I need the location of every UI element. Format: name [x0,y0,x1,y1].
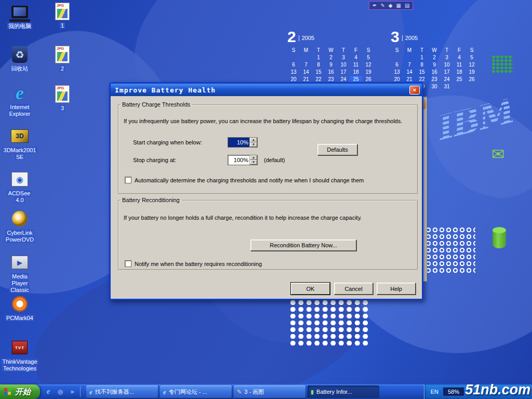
calendar-day: 7 [403,61,416,69]
calendar-day: 24 [441,76,453,83]
desktop-icon-label: 3 [60,105,65,112]
desktop-icon-my-computer[interactable]: 我的电脑 [3,2,36,30]
stop-threshold-spinner[interactable]: 100% ▲ ▼ [228,155,258,165]
calendar-day-empty [300,54,312,61]
desktop-icon-label: 回收站 [10,65,30,72]
defaults-button[interactable]: Defaults [317,144,357,155]
desktop-icon-media-player-classic[interactable]: ▶ Media Player Classic [3,252,36,294]
battery-percentage[interactable]: 58% [443,387,464,396]
calendar-day: 12 [466,61,478,69]
improve-battery-health-dialog: Improve Battery Health × Battery Charge … [109,82,423,300]
desktop-icon-powerdvd[interactable]: CyberLink PowerDVD [3,209,36,243]
spinner-up-icon[interactable]: ▲ [250,155,257,160]
battery-reconditioning-group: Battery Reconditioning If your battery n… [118,197,418,270]
jpg-file-icon: JPG [55,85,70,103]
ring-dots-decoration [425,227,475,275]
jpg-file-icon: JPG [55,3,70,20]
help-button[interactable]: Help [377,283,416,295]
group-legend: Battery Charge Thresholds [121,101,192,108]
calendar-day: 15 [416,69,428,76]
cancel-button[interactable]: Cancel [334,283,373,295]
acdsee-icon: ◉ [11,172,28,187]
desktop-icon-label: 1 [60,22,65,29]
calendar-weekday-label: T [312,47,325,54]
spinner-down-icon[interactable]: ▼ [250,160,257,165]
taskbar-task-server-not-found[interactable]: e 找不到服务器... [86,385,158,398]
calendar-day: 6 [391,61,403,69]
taskbar: 开始 e ◎ » e 找不到服务器... e 专门网论坛 - ... ✎ 3 -… [0,384,532,399]
calendar-day: 12 [362,61,375,69]
internet-explorer-quicklaunch-icon[interactable]: e [44,388,52,396]
calendar-weekday-label: W [428,47,441,54]
recycle-glyph: ♻ [15,49,24,61]
calendar-grid: SMTWTFS123456789101112131415161718192021… [287,47,375,83]
notify-reconditioning-checkbox[interactable]: Notify me when the battery requires reco… [125,260,262,267]
jpg-thumbnail [57,52,68,61]
desktop-icon-thinkvantage[interactable]: TVT ThinkVantage Technologies [3,338,36,372]
calendar-day: 23 [428,76,441,83]
dot-grid-decoration [289,299,370,346]
reconditioning-description: If your battery no longer holds a full c… [124,215,413,221]
start-button[interactable]: 开始 [0,384,40,399]
battery-charge-thresholds-group: Battery Charge Thresholds If you infrequ… [118,101,418,194]
spinner-down-icon[interactable]: ▼ [250,142,257,147]
desktop-icon-acdsee[interactable]: ◉ ACDSee 4.0 [3,169,36,204]
ok-button[interactable]: OK [291,283,330,295]
calendar-day: 10 [441,61,453,69]
desktop-icon-internet-explorer[interactable]: e Internet Explorer [3,83,36,117]
powerdvd-disc-icon [12,211,28,227]
checkbox-box[interactable] [125,260,131,267]
calendar-day: 19 [466,69,478,76]
spinner-value[interactable]: 10% [228,138,249,147]
3dmark-icon: 3D [11,129,29,143]
quick-launch-bar: e ◎ » [40,387,85,397]
calendar-day: 1 [312,54,325,61]
close-button[interactable]: × [409,86,420,95]
desktop-icon-3dmark2001[interactable]: 3D 3DMark2001 SE [3,126,36,161]
chevron-expand-icon[interactable]: » [68,388,76,396]
desktop-icon-label: Internet Explorer [3,104,36,117]
calendar-day-empty [391,54,403,61]
desktop-icon-jpg-1[interactable]: JPG 1 [46,2,79,29]
checkbox-label: Notify me when the battery requires reco… [135,261,262,267]
calendar-weekday-label: W [325,47,337,54]
start-threshold-spinner[interactable]: 10% ▲ ▼ [228,137,258,148]
calendar-day: 16 [428,69,441,76]
calendar-weekday-label: T [337,47,350,54]
desktop-icon-pcmark04[interactable]: PCMark04 [3,294,36,322]
calendar-weekday-label: T [416,47,428,54]
calendar-month: 2 [287,29,296,45]
show-desktop-icon[interactable]: ◎ [56,388,64,396]
calendar-day: 3 [441,54,453,61]
recondition-battery-button[interactable]: Recondition Battery Now... [250,240,356,251]
pen-icon: ✒ [373,3,377,8]
auto-thresholds-checkbox[interactable]: Automatically determine the charging thr… [125,177,364,183]
calendar-weekday-label: S [287,47,300,54]
spinner-value[interactable]: 100% [228,155,249,165]
dialog-title: Improve Battery Health [115,86,409,94]
taskbar-task-battery-information[interactable]: ▮ Battery Infor... [308,385,379,398]
windows-flag-icon [4,388,12,396]
calendar-day: 5 [466,54,478,61]
desktop-icon-recycle-bin[interactable]: ♻ 回收站 [3,45,36,72]
desktop-icon-jpg-3[interactable]: JPG 3 [46,84,79,112]
calendar-day: 13 [391,69,403,76]
calendar-header: 2 2005 [287,29,375,47]
thresholds-description: If you infrequently use battery power, y… [124,118,413,124]
calendar-day: 16 [325,69,337,76]
calendar-day: 9 [325,61,337,69]
checkbox-box[interactable] [125,177,131,183]
default-note: (default) [264,157,285,163]
dialog-titlebar[interactable]: Improve Battery Health × [111,84,422,96]
desktop-icon-label: CyberLink PowerDVD [3,230,36,243]
paint-icon: ✎ [237,389,242,395]
start-charging-label: Start charging when below: [133,139,202,145]
language-indicator[interactable]: EN [431,389,438,395]
keypad-icon: ▦ [396,3,401,8]
desktop-icon-jpg-2[interactable]: JPG 2 [46,45,79,72]
spinner-up-icon[interactable]: ▲ [250,138,257,142]
calendar-day: 17 [337,69,350,76]
media-player-classic-icon: ▶ [11,256,28,269]
taskbar-task-forum[interactable]: e 专门网论坛 - ... [160,385,232,398]
taskbar-task-paint[interactable]: ✎ 3 - 画图 [234,385,305,398]
